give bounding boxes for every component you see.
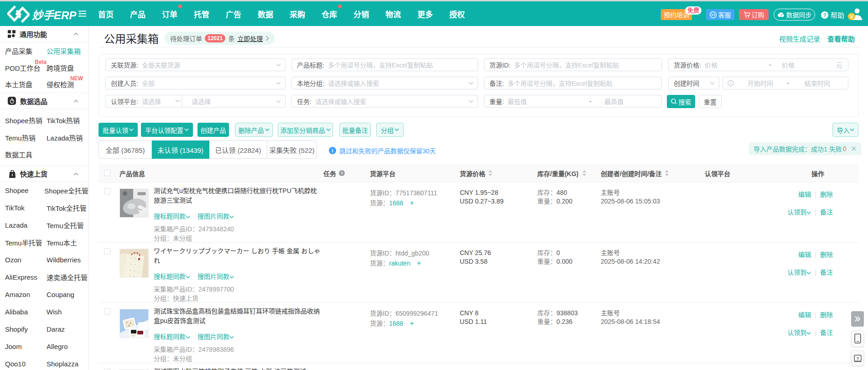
svg-text:i: i [332,148,333,153]
svg-text:?: ? [823,12,826,18]
svg-text:?: ? [341,171,343,176]
svg-text:V: V [850,14,853,20]
svg-text:?: ? [856,356,859,360]
svg-text:!: ! [780,13,782,17]
